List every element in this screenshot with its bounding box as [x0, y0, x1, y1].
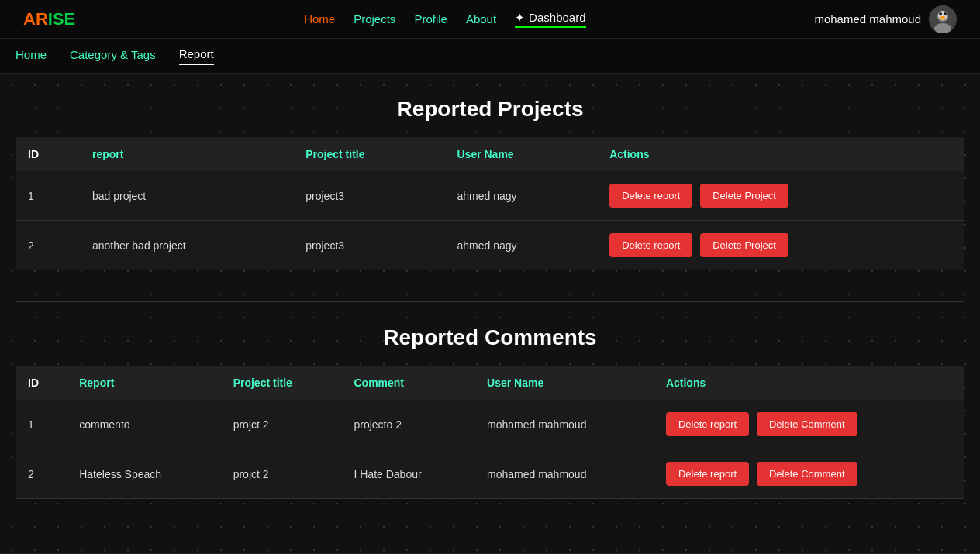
nav-about[interactable]: About [466, 12, 496, 26]
col-header-report-c: Report [67, 366, 220, 400]
user-avatar[interactable] [929, 5, 957, 33]
cell-user-name: ahmed nagy [444, 221, 597, 270]
table-row: 2 Hateless Speach projct 2 I Hate Dabour… [16, 449, 964, 499]
col-header-user: User Name [444, 137, 597, 171]
delete-report-button[interactable]: Delete report [609, 184, 692, 208]
subnav-report[interactable]: Report [179, 47, 214, 65]
delete-report-button[interactable]: Delete report [666, 412, 749, 436]
table-row: 1 commento projct 2 projecto 2 mohamed m… [16, 400, 964, 449]
brand-logo[interactable]: ARISE [23, 9, 75, 29]
cell-actions: Delete report Delete Project [597, 171, 964, 221]
col-header-actions: Actions [597, 137, 964, 171]
sub-nav: Home Category & Tags Report [0, 39, 980, 74]
col-header-project-c: Project title [221, 366, 342, 400]
cell-comment: I Hate Dabour [341, 449, 474, 499]
nav-home[interactable]: Home [304, 12, 335, 26]
logo-part1: AR [23, 9, 48, 29]
cell-report: commento [67, 400, 220, 449]
top-nav: ARISE Home Projects Profile About ✦ Dash… [0, 0, 980, 39]
cell-user-name: mohamed mahmoud [474, 449, 654, 499]
subnav-category-tags[interactable]: Category & Tags [70, 48, 156, 64]
cell-user-name: mohamed mahmoud [474, 400, 654, 449]
cell-project-title: projct 2 [221, 449, 342, 499]
reported-projects-table: ID report Project title User Name Action… [16, 137, 964, 270]
cell-actions: Delete report Delete Comment [654, 449, 964, 499]
reported-comments-table: ID Report Project title Comment User Nam… [16, 366, 964, 499]
section-divider [16, 301, 964, 302]
nav-dashboard[interactable]: ✦ Dashboard [515, 11, 585, 28]
delete-report-button[interactable]: Delete report [609, 233, 692, 257]
col-header-actions-c: Actions [654, 366, 964, 400]
avatar-icon [929, 5, 957, 33]
subnav-home[interactable]: Home [16, 48, 47, 64]
col-header-project: Project title [293, 137, 444, 171]
top-nav-links: Home Projects Profile About ✦ Dashboard [304, 11, 585, 28]
dashboard-icon: ✦ [515, 11, 525, 25]
col-header-comment-c: Comment [341, 366, 474, 400]
user-section: mohamed mahmoud [814, 5, 957, 33]
cell-project-title: project3 [293, 221, 444, 270]
cell-id: 1 [16, 171, 80, 221]
reported-comments-title: Reported Comments [16, 325, 964, 350]
cell-user-name: ahmed nagy [444, 171, 597, 221]
delete-project-button[interactable]: Delete Project [700, 184, 788, 208]
col-header-id-c: ID [16, 366, 67, 400]
logo-part2: ISE [48, 9, 75, 29]
svg-point-6 [940, 16, 945, 19]
cell-actions: Delete report Delete Comment [654, 400, 964, 449]
col-header-report: report [80, 137, 293, 171]
table-row: 2 another bad project project3 ahmed nag… [16, 221, 964, 270]
cell-id: 2 [16, 221, 80, 270]
col-header-id: ID [16, 137, 80, 171]
reported-projects-title: Reported Projects [16, 97, 964, 122]
nav-projects[interactable]: Projects [354, 12, 395, 26]
cell-report: another bad project [80, 221, 293, 270]
cell-comment: projecto 2 [341, 400, 474, 449]
table-row: 1 bad project project3 ahmed nagy Delete… [16, 171, 964, 221]
cell-id: 1 [16, 400, 67, 449]
delete-report-button[interactable]: Delete report [666, 462, 749, 486]
delete-project-button[interactable]: Delete Project [700, 233, 788, 257]
cell-project-title: project3 [293, 171, 444, 221]
nav-profile[interactable]: Profile [414, 12, 447, 26]
cell-actions: Delete report Delete Project [597, 221, 964, 270]
cell-report: bad project [80, 171, 293, 221]
cell-id: 2 [16, 449, 67, 499]
svg-point-5 [944, 12, 947, 15]
col-header-user-c: User Name [474, 366, 654, 400]
svg-point-4 [939, 12, 942, 15]
delete-comment-button[interactable]: Delete Comment [757, 462, 858, 486]
delete-comment-button[interactable]: Delete Comment [757, 412, 858, 436]
cell-project-title: projct 2 [221, 400, 342, 449]
user-name: mohamed mahmoud [814, 12, 921, 26]
main-content: Reported Projects ID report Project titl… [0, 74, 980, 553]
cell-report: Hateless Speach [67, 449, 220, 499]
